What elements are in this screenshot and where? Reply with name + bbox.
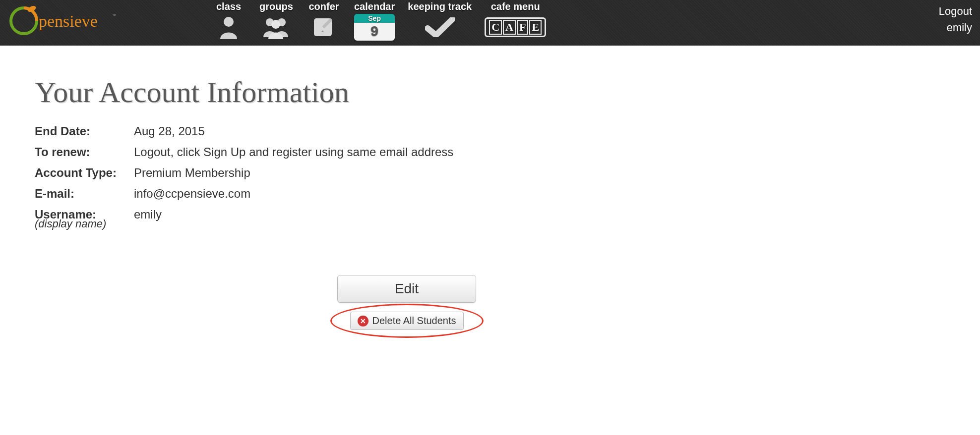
edit-button[interactable]: Edit (337, 275, 476, 303)
pensieve-logo-icon: pensieve ™ (8, 3, 117, 38)
nav-calendar[interactable]: calendar Sep 9 (354, 1, 395, 40)
delete-icon: ✕ (358, 316, 368, 326)
main-content: Your Account Information End Date: Aug 2… (0, 46, 813, 345)
user-menu: Logout emily (939, 3, 972, 36)
main-nav: class groups confer (211, 1, 546, 40)
calendar-icon: Sep 9 (354, 14, 395, 40)
username-value: emily (134, 208, 779, 221)
cafe-icon: CAFE (485, 14, 546, 40)
renew-value: Logout, click Sign Up and register using… (134, 145, 779, 159)
annotation-highlight: ✕ Delete All Students (350, 312, 464, 330)
calendar-day: 9 (354, 23, 395, 41)
top-navbar: pensieve ™ class groups confer (0, 0, 980, 46)
calendar-month: Sep (354, 14, 395, 23)
nav-label: class (216, 1, 241, 12)
nav-label: calendar (354, 1, 395, 12)
page-title: Your Account Information (35, 75, 779, 109)
logout-link[interactable]: Logout (939, 3, 972, 19)
svg-point-4 (224, 17, 234, 27)
brand-logo[interactable]: pensieve ™ (8, 3, 117, 38)
account-type-label: Account Type: (35, 166, 129, 180)
nav-confer[interactable]: confer (306, 1, 341, 40)
username-link[interactable]: emily (939, 19, 972, 36)
delete-label: Delete All Students (372, 315, 456, 326)
person-icon (218, 14, 239, 40)
account-info: End Date: Aug 28, 2015 To renew: Logout,… (35, 124, 779, 221)
nav-label: groups (259, 1, 293, 12)
svg-text:™: ™ (112, 13, 116, 18)
svg-point-7 (271, 20, 280, 29)
checkmark-icon (425, 14, 455, 40)
end-date-value: Aug 28, 2015 (134, 124, 779, 138)
people-icon (262, 14, 291, 40)
nav-cafe-menu[interactable]: cafe menu CAFE (485, 1, 546, 40)
end-date-label: End Date: (35, 124, 129, 138)
account-type-value: Premium Membership (134, 166, 779, 180)
action-buttons: Edit ✕ Delete All Students (35, 275, 779, 330)
email-value: info@ccpensieve.com (134, 187, 779, 201)
delete-all-students-button[interactable]: ✕ Delete All Students (350, 312, 464, 330)
nav-keeping-track[interactable]: keeping track (408, 1, 472, 40)
svg-text:pensieve: pensieve (39, 12, 98, 30)
compose-icon (312, 14, 336, 40)
renew-label: To renew: (35, 145, 129, 159)
nav-label: keeping track (408, 1, 472, 12)
nav-class[interactable]: class (211, 1, 246, 40)
nav-label: cafe menu (491, 1, 540, 12)
nav-groups[interactable]: groups (259, 1, 294, 40)
email-label: E-mail: (35, 187, 129, 201)
nav-label: confer (308, 1, 339, 12)
